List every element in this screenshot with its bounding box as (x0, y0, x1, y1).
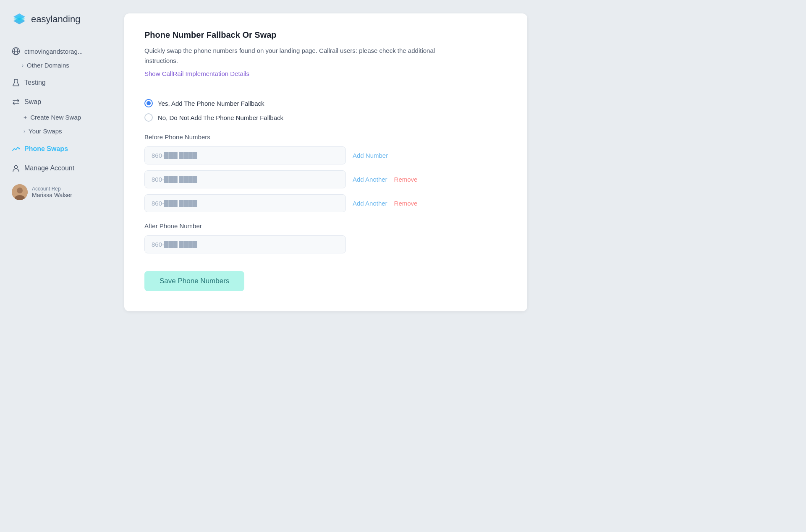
account-rep-label: Account Rep (32, 186, 72, 192)
sidebar: easylanding ctmovingandstorag... › Other… (0, 0, 118, 532)
create-new-swap-item[interactable]: + Create New Swap (10, 110, 118, 124)
svg-point-10 (17, 188, 23, 193)
domain-label: ctmovingandstorag... (24, 48, 83, 55)
card-description: Quickly swap the phone numbers found on … (144, 46, 438, 66)
phone-input-3[interactable] (144, 194, 346, 212)
create-new-swap-label: Create New Swap (30, 114, 81, 121)
domain-section: ctmovingandstorag... › Other Domains (10, 44, 118, 72)
manage-account-section: Manage Account (10, 160, 118, 177)
phone-input-2[interactable] (144, 170, 346, 188)
person-icon (12, 164, 20, 172)
callrail-link[interactable]: Show CallRail Implementation Details (144, 70, 249, 77)
swap-icon (12, 98, 20, 106)
phone-input-1[interactable] (144, 146, 346, 164)
domain-item[interactable]: ctmovingandstorag... (10, 44, 118, 59)
radio-group: Yes, Add The Phone Number Fallback No, D… (144, 99, 507, 122)
before-label: Before Phone Numbers (144, 133, 507, 141)
swap-item[interactable]: Swap (10, 94, 118, 110)
phone-swaps-section: Phone Swaps (10, 141, 118, 157)
add-another-button-1[interactable]: Add Another (353, 176, 387, 183)
manage-account-label: Manage Account (24, 164, 74, 172)
account-rep-name: Marissa Walser (32, 192, 72, 198)
radio-no-circle (144, 113, 153, 122)
testing-item[interactable]: Testing (10, 74, 118, 91)
radio-no-label: No, Do Not Add The Phone Number Fallback (158, 114, 283, 121)
logo-icon (12, 12, 27, 27)
chevron-right-icon: › (22, 63, 24, 68)
phone-row-2: Add Another Remove (144, 170, 507, 188)
your-swaps-label: Your Swaps (29, 128, 62, 135)
globe-icon (12, 47, 20, 55)
plus-icon: + (24, 114, 27, 121)
svg-point-7 (18, 148, 20, 149)
phone-row-1: Add Number (144, 146, 507, 164)
save-phone-numbers-button[interactable]: Save Phone Numbers (144, 271, 244, 291)
phone-row-after (144, 235, 507, 253)
after-label: After Phone Number (144, 222, 507, 229)
phone-row-3: Add Another Remove (144, 194, 507, 212)
radio-yes-label: Yes, Add The Phone Number Fallback (158, 100, 264, 107)
avatar-image (12, 184, 28, 200)
logo-area: easylanding (10, 12, 118, 27)
your-swaps-item[interactable]: › Your Swaps (10, 124, 118, 138)
card-title: Phone Number Fallback Or Swap (144, 30, 507, 40)
analytics-icon (12, 145, 20, 153)
account-info: Account Rep Marissa Walser (32, 186, 72, 198)
main-content: Phone Number Fallback Or Swap Quickly sw… (118, 0, 806, 532)
add-number-button[interactable]: Add Number (353, 152, 388, 159)
avatar (12, 184, 28, 200)
add-another-button-2[interactable]: Add Another (353, 200, 387, 207)
content-card: Phone Number Fallback Or Swap Quickly sw… (124, 13, 527, 311)
phone-swaps-label: Phone Swaps (24, 145, 68, 153)
radio-yes-option[interactable]: Yes, Add The Phone Number Fallback (144, 99, 507, 107)
manage-account-item[interactable]: Manage Account (10, 160, 118, 177)
phone-swaps-item[interactable]: Phone Swaps (10, 141, 118, 157)
other-domains-item[interactable]: › Other Domains (10, 59, 118, 72)
testing-section: Testing (10, 74, 118, 91)
logo-text: easylanding (31, 14, 80, 25)
after-phone-input[interactable] (144, 235, 346, 253)
other-domains-label: Other Domains (27, 62, 69, 69)
radio-no-option[interactable]: No, Do Not Add The Phone Number Fallback (144, 113, 507, 122)
swap-label: Swap (24, 98, 41, 106)
remove-button-2[interactable]: Remove (394, 200, 418, 207)
flask-icon (12, 78, 20, 87)
account-rep-section: Account Rep Marissa Walser (10, 180, 118, 204)
testing-label: Testing (24, 79, 46, 86)
after-section: After Phone Number (144, 222, 507, 253)
chevron-right-icon-swaps: › (24, 128, 25, 134)
radio-yes-circle (144, 99, 153, 107)
svg-point-8 (15, 166, 18, 169)
swap-section: Swap + Create New Swap › Your Swaps (10, 94, 118, 138)
remove-button-1[interactable]: Remove (394, 176, 418, 183)
